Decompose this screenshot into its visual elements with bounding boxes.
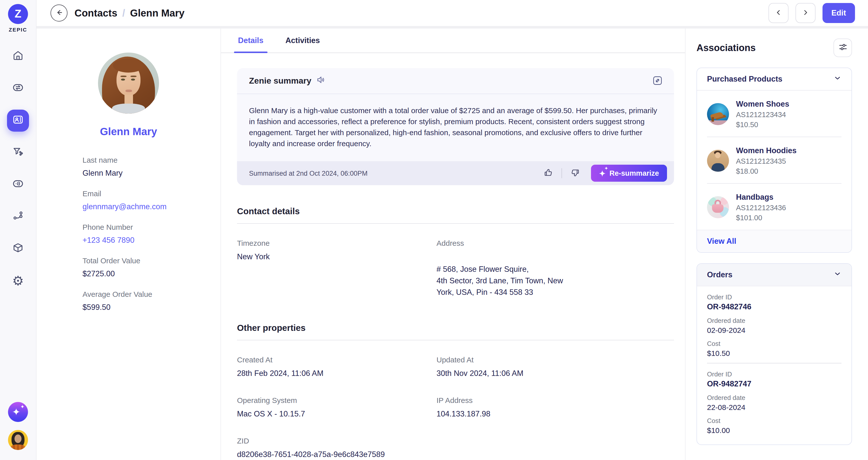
property-label: Operating System [237, 396, 436, 404]
ordered-date-label: Ordered date [707, 394, 841, 401]
sidebar-item-workflows[interactable] [7, 206, 29, 228]
edit-button[interactable]: Edit [822, 3, 855, 23]
sidebar-item-products[interactable] [7, 238, 29, 260]
product-info: Women Hoodies AS1212123435 $18.00 [736, 146, 797, 175]
associations-title: Associations [696, 42, 756, 53]
associations-settings-button[interactable] [834, 38, 852, 57]
logo-letter: Z [15, 7, 22, 21]
back-arrow-icon [55, 8, 63, 18]
home-icon [12, 50, 24, 63]
sparkle-icon: ✦ [12, 406, 21, 418]
sidebar-item-broadcast[interactable] [7, 174, 29, 196]
email-link[interactable]: glennmary@achme.com [83, 202, 220, 211]
product-row[interactable]: Women Hoodies AS1212123435 $18.00 [697, 137, 851, 183]
swap-icon [12, 82, 24, 95]
product-price: $10.50 [736, 121, 789, 128]
thumbs-down-button[interactable] [566, 166, 584, 181]
user-avatar[interactable] [8, 430, 28, 450]
product-name: Women Shoes [736, 99, 789, 109]
orders-title: Orders [707, 270, 733, 279]
product-sku: AS1212123434 [736, 111, 789, 119]
summary-text: Glenn Mary is a high-value customer with… [237, 94, 674, 161]
field-average-order-value: Average Order Value $599.50 [83, 290, 220, 312]
re-summarize-button[interactable]: ✦✦ Re-summarize [591, 165, 667, 182]
orders-header[interactable]: Orders [697, 264, 851, 286]
sidebar-item-settings[interactable]: ⚙ [7, 270, 29, 292]
purchased-products-title: Purchased Products [707, 75, 782, 84]
cost-label: Cost [707, 417, 841, 425]
breadcrumb-current: Glenn Mary [130, 7, 185, 19]
tab-details[interactable]: Details [237, 29, 265, 53]
products-box-icon [12, 242, 24, 256]
purchased-products-header[interactable]: Purchased Products [697, 68, 851, 91]
ordered-date-value: 22-08-2024 [707, 403, 841, 411]
orders-body: Order ID OR-9482746 Ordered date 02-09-2… [697, 286, 851, 444]
field-email: Email glennmary@achme.com [83, 189, 220, 211]
sparkle-icon: ✦✦ [599, 169, 606, 177]
footer-divider [562, 168, 562, 178]
breadcrumb-section[interactable]: Contacts [74, 7, 117, 19]
expand-summary-button[interactable] [652, 75, 663, 87]
main-content: Details Activities Zenie summary Glenn M… [220, 29, 685, 460]
sliders-icon [838, 42, 848, 54]
re-summarize-label: Re-summarize [610, 169, 659, 177]
order-id-value: OR-9482747 [707, 379, 841, 389]
contact-details-heading: Contact details [237, 206, 674, 217]
photo-fringe [113, 59, 144, 73]
product-row[interactable]: Women Shoes AS1212123434 $10.50 [697, 91, 851, 137]
speaker-icon[interactable] [316, 75, 326, 88]
sidebar-item-channels[interactable] [7, 78, 29, 99]
breadcrumb-separator: / [122, 7, 125, 19]
section-divider [237, 340, 674, 340]
zid-field: ZID d8206e38-7651-4028-a75a-9e6c843e7589 [237, 436, 436, 459]
field-label: Last name [83, 156, 220, 164]
back-button[interactable] [51, 4, 67, 22]
property-value: Mac OS X - 10.15.7 [237, 409, 436, 419]
header-actions: Edit [768, 3, 855, 23]
summary-header: Zenie summary [237, 68, 674, 94]
address-field: Address # 568, Jose Flower Squire, 4th S… [436, 239, 674, 298]
timezone-value: New York [237, 252, 436, 261]
expand-icon [652, 75, 663, 87]
summary-title-row: Zenie summary [249, 75, 326, 88]
ordered-date-value: 02-09-2024 [707, 326, 841, 334]
product-row[interactable]: Handbags AS1212123436 $101.00 [697, 184, 851, 230]
sidebar-item-segments[interactable] [7, 142, 29, 164]
field-label: Email [83, 189, 220, 198]
details-content: Zenie summary Glenn Mary is a high-value… [221, 53, 685, 460]
sidebar-item-home[interactable] [7, 46, 29, 67]
order-item: Order ID OR-9482746 Ordered date 02-09-2… [707, 293, 841, 357]
product-image-women-hoodies [707, 150, 729, 172]
zenie-ai-button[interactable]: ✦ ✦ [8, 402, 28, 422]
product-sku: AS1212123435 [736, 157, 797, 165]
field-label: Average Order Value [83, 290, 220, 298]
zepic-logo-icon[interactable]: Z [8, 4, 28, 24]
thumbs-up-button[interactable] [540, 166, 558, 181]
sidebar-item-contacts[interactable] [7, 110, 29, 132]
product-image-handbags [707, 196, 729, 218]
phone-link[interactable]: +123 456 7890 [83, 236, 220, 245]
field-total-order-value: Total Order Value $2725.00 [83, 256, 220, 278]
address-value: # 568, Jose Flower Squire, 4th Sector, 3… [436, 263, 674, 298]
field-last-name: Last name Glenn Mary [83, 156, 220, 178]
field-value: $2725.00 [83, 269, 220, 278]
product-info: Women Shoes AS1212123434 $10.50 [736, 99, 789, 128]
contacts-icon [12, 114, 24, 127]
summary-footer: Summarised at 2nd Oct 2024, 06:00PM ✦✦ R… [237, 161, 674, 185]
next-contact-button[interactable] [795, 3, 815, 23]
view-all-link[interactable]: View All [707, 237, 736, 245]
avatar-shirt [11, 444, 25, 450]
associations-header: Associations [696, 38, 852, 57]
product-info: Handbags AS1212123436 $101.00 [736, 193, 786, 222]
tab-activities[interactable]: Activities [284, 29, 321, 53]
workflow-icon [12, 210, 24, 224]
previous-contact-button[interactable] [768, 3, 788, 23]
address-line: # 568, Jose Flower Squire, [436, 263, 674, 275]
purchased-products-card: Purchased Products Women Shoes AS1212123… [696, 67, 852, 253]
photo-eye [131, 79, 135, 80]
product-name: Handbags [736, 193, 786, 202]
field-label: Total Order Value [83, 256, 220, 265]
photo-eye [121, 79, 125, 80]
address-line: York, USA, Pin - 434 558 33 [436, 286, 674, 298]
photo-lips [125, 90, 132, 92]
